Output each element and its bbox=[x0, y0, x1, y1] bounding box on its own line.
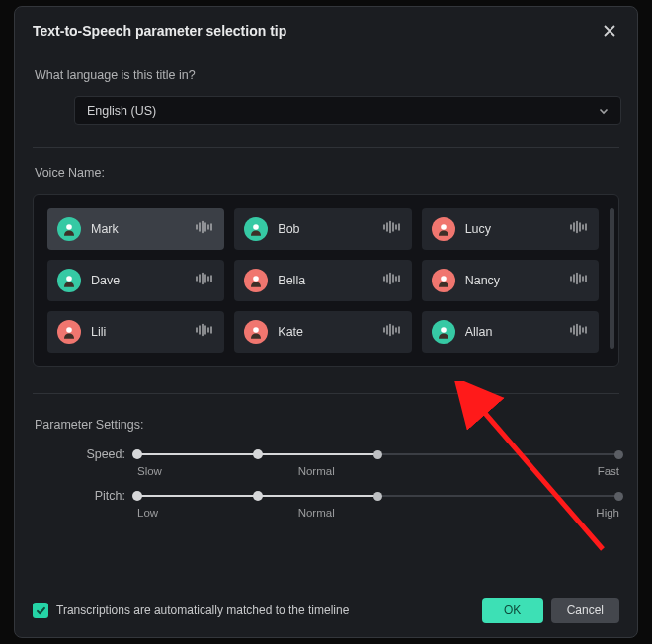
waveform-icon[interactable] bbox=[382, 220, 402, 238]
pitch-slider-row: Pitch: bbox=[33, 489, 619, 503]
voice-option[interactable]: Bella bbox=[234, 260, 411, 301]
voice-option[interactable]: Allan bbox=[422, 311, 599, 353]
voice-name-label: Mark bbox=[91, 222, 195, 236]
close-button[interactable] bbox=[600, 21, 619, 40]
voice-option[interactable]: Bob bbox=[234, 208, 411, 250]
svg-point-28 bbox=[254, 276, 260, 282]
voice-option[interactable]: Lucy bbox=[422, 208, 599, 250]
ok-button[interactable]: OK bbox=[482, 598, 543, 623]
waveform-icon[interactable] bbox=[569, 323, 589, 341]
voice-option[interactable]: Nancy bbox=[422, 260, 599, 301]
waveform-icon[interactable] bbox=[195, 220, 214, 238]
dialog-title: Text-to-Speech parameter selection tip bbox=[33, 23, 286, 39]
transcription-checkbox[interactable] bbox=[33, 603, 48, 618]
avatar bbox=[57, 269, 81, 292]
pitch-tick-labels: Low Normal High bbox=[137, 507, 619, 519]
svg-point-42 bbox=[66, 327, 72, 333]
voice-name-label: Dave bbox=[91, 274, 195, 287]
divider bbox=[33, 147, 619, 148]
voice-name-label: Kate bbox=[278, 325, 381, 339]
voice-name-label: Lili bbox=[91, 325, 195, 339]
waveform-icon[interactable] bbox=[569, 272, 589, 289]
svg-point-7 bbox=[254, 224, 260, 230]
check-icon bbox=[36, 605, 46, 616]
voice-name-label: Allan bbox=[465, 325, 569, 339]
voice-name-label: Bella bbox=[278, 274, 381, 287]
svg-point-56 bbox=[441, 327, 447, 333]
voice-section-label: Voice Name: bbox=[35, 166, 619, 180]
avatar bbox=[432, 320, 455, 344]
avatar bbox=[432, 217, 455, 241]
avatar bbox=[432, 269, 455, 292]
cancel-button[interactable]: Cancel bbox=[551, 598, 619, 623]
svg-point-0 bbox=[66, 224, 72, 230]
speed-tick-high: Fast bbox=[458, 465, 619, 477]
pitch-slider[interactable] bbox=[137, 489, 619, 503]
pitch-label: Pitch: bbox=[33, 489, 137, 503]
voice-scrollbar[interactable] bbox=[610, 208, 614, 349]
voice-name-label: Lucy bbox=[465, 222, 569, 236]
speed-label: Speed: bbox=[33, 447, 137, 461]
svg-point-35 bbox=[441, 276, 447, 282]
waveform-icon[interactable] bbox=[195, 272, 214, 289]
speed-tick-low: Slow bbox=[137, 465, 298, 477]
voice-name-label: Nancy bbox=[465, 274, 569, 287]
voice-panel: MarkBobLucyDaveBellaNancyLiliKateAllan bbox=[33, 194, 619, 367]
divider bbox=[33, 393, 619, 394]
dialog-header: Text-to-Speech parameter selection tip bbox=[15, 7, 637, 50]
voice-name-label: Bob bbox=[278, 222, 381, 236]
language-select[interactable]: English (US) bbox=[74, 96, 621, 125]
pitch-tick-low: Low bbox=[137, 507, 298, 519]
speed-tick-mid: Normal bbox=[298, 465, 459, 477]
waveform-icon[interactable] bbox=[195, 323, 214, 341]
speed-slider-row: Speed: bbox=[33, 447, 619, 461]
svg-point-49 bbox=[254, 327, 260, 333]
avatar bbox=[244, 269, 268, 292]
pitch-tick-mid: Normal bbox=[298, 507, 459, 519]
parameters-section-label: Parameter Settings: bbox=[35, 418, 619, 432]
svg-point-14 bbox=[441, 224, 447, 230]
voice-option[interactable]: Dave bbox=[47, 260, 224, 301]
speed-tick-labels: Slow Normal Fast bbox=[137, 465, 619, 477]
transcription-checkbox-label: Transcriptions are automatically matched… bbox=[56, 604, 474, 617]
close-icon bbox=[603, 24, 616, 38]
avatar bbox=[244, 320, 268, 344]
pitch-tick-high: High bbox=[458, 507, 619, 519]
waveform-icon[interactable] bbox=[569, 220, 589, 238]
avatar bbox=[244, 217, 268, 241]
language-question-label: What language is this title in? bbox=[35, 68, 619, 82]
speed-slider[interactable] bbox=[137, 447, 619, 461]
voice-option[interactable]: Lili bbox=[47, 311, 224, 353]
chevron-down-icon bbox=[599, 106, 609, 116]
avatar bbox=[57, 217, 81, 241]
voice-option[interactable]: Mark bbox=[47, 208, 224, 250]
waveform-icon[interactable] bbox=[382, 272, 402, 289]
waveform-icon[interactable] bbox=[382, 323, 402, 341]
language-selected-value: English (US) bbox=[87, 104, 156, 118]
tts-dialog: Text-to-Speech parameter selection tip W… bbox=[14, 6, 638, 638]
voice-option[interactable]: Kate bbox=[234, 311, 411, 353]
avatar bbox=[57, 320, 81, 344]
svg-point-21 bbox=[66, 276, 72, 282]
dialog-footer: Transcriptions are automatically matched… bbox=[33, 598, 619, 623]
